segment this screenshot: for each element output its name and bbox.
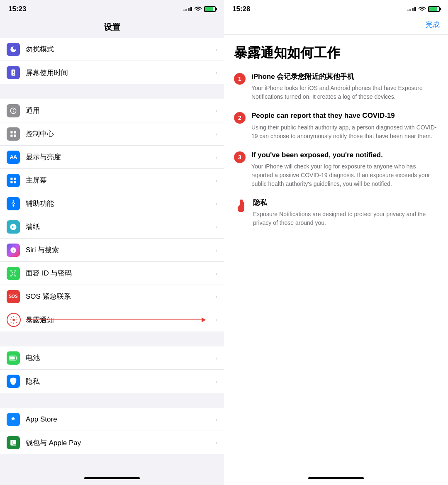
row-wallet[interactable]: 钱包与 Apple Pay › xyxy=(0,431,224,454)
home-indicator-right xyxy=(224,471,448,485)
right-nav: 完成 xyxy=(224,18,448,35)
accessibility-arrow: › xyxy=(215,200,217,207)
control-center-arrow: › xyxy=(215,131,217,137)
home-screen-icon xyxy=(7,174,20,187)
row-control-center[interactable]: 控制中心 › xyxy=(0,122,224,146)
battery-icon xyxy=(204,6,216,12)
row-screen-time[interactable]: 屏幕使用时间 › xyxy=(0,61,224,84)
section-4: App Store › 钱包与 Apple Pay › xyxy=(0,408,224,454)
appstore-arrow: › xyxy=(215,416,217,423)
settings-list: 勿扰模式 › 屏幕使用时间 › 通用 › xyxy=(0,38,224,471)
time-left: 15:23 xyxy=(8,5,26,13)
section-1: 勿扰模式 › 屏幕使用时间 › xyxy=(0,38,224,84)
privacy-content: 隐私 Exposure Notifications are designed t… xyxy=(253,198,438,227)
accessibility-icon xyxy=(7,197,20,210)
row-wallpaper[interactable]: 墙纸 › xyxy=(0,215,224,239)
svg-rect-14 xyxy=(15,275,16,276)
svg-rect-2 xyxy=(10,131,12,133)
row-siri[interactable]: Siri 与搜索 › xyxy=(0,239,224,262)
divider-3 xyxy=(0,393,224,408)
dnd-icon xyxy=(7,43,20,56)
bottom-space xyxy=(0,454,224,471)
appstore-label: App Store xyxy=(26,415,215,424)
general-label: 通用 xyxy=(26,106,215,115)
siri-icon xyxy=(7,244,20,257)
row-battery[interactable]: 电池 › xyxy=(0,346,224,370)
face-id-arrow: › xyxy=(215,270,217,277)
step-3-badge: 3 xyxy=(234,151,246,163)
svg-line-24 xyxy=(16,317,17,318)
row-exposure[interactable]: 暴露通知 › xyxy=(0,308,224,331)
screen-time-arrow: › xyxy=(215,69,217,76)
section-2: 通用 › 控制中心 › AA 显示与亮度 › xyxy=(0,99,224,331)
accessibility-label: 辅助功能 xyxy=(26,199,215,208)
privacy-item: 隐私 Exposure Notifications are designed t… xyxy=(234,198,438,227)
privacy-label: 隐私 xyxy=(26,377,215,386)
battery-icon-right xyxy=(428,6,440,12)
battery-row-icon xyxy=(7,351,20,365)
sos-label: SOS 紧急联系 xyxy=(26,292,215,301)
right-content: 暴露通知如何工作 1 iPhone 会记录您附近的其他手机 Your iPhon… xyxy=(224,35,448,471)
wifi-icon-right xyxy=(419,6,426,12)
step-3-body: Your iPhone will check your log for expo… xyxy=(251,162,438,188)
home-bar-left xyxy=(84,477,140,479)
step-3-content: If you've been exposed, you're notified.… xyxy=(251,151,438,188)
row-home-screen[interactable]: 主屏幕 › xyxy=(0,169,224,192)
wifi-icon xyxy=(195,6,202,12)
row-accessibility[interactable]: 辅助功能 › xyxy=(0,192,224,215)
step-2-badge: 2 xyxy=(234,112,246,124)
done-button[interactable]: 完成 xyxy=(426,20,440,29)
row-privacy[interactable]: 隐私 › xyxy=(0,370,224,393)
row-dnd[interactable]: 勿扰模式 › xyxy=(0,38,224,61)
status-icons-right xyxy=(407,6,440,12)
status-bar-right: 15:28 xyxy=(224,0,448,18)
privacy-arrow: › xyxy=(215,378,217,385)
home-screen-arrow: › xyxy=(215,177,217,184)
right-title: 暴露通知如何工作 xyxy=(234,45,438,61)
step-3: 3 If you've been exposed, you're notifie… xyxy=(234,151,438,188)
exposure-arrow: › xyxy=(215,317,217,323)
row-face-id[interactable]: 面容 ID 与密码 › xyxy=(0,262,224,285)
row-sos[interactable]: SOS SOS 紧急联系 › xyxy=(0,285,224,308)
signal-icon xyxy=(183,7,192,11)
battery-label: 电池 xyxy=(26,353,215,363)
wallpaper-icon xyxy=(7,220,20,234)
step-1-badge: 1 xyxy=(234,73,246,85)
control-center-icon xyxy=(7,127,20,141)
step-1-heading: iPhone 会记录您附近的其他手机 xyxy=(251,72,438,81)
svg-rect-7 xyxy=(14,178,16,180)
svg-point-17 xyxy=(12,319,15,321)
display-arrow: › xyxy=(215,154,217,161)
status-bar-left: 15:23 xyxy=(0,0,224,18)
siri-label: Siri 与搜索 xyxy=(26,245,215,255)
face-id-label: 面容 ID 与密码 xyxy=(26,268,215,278)
svg-rect-13 xyxy=(10,275,12,276)
row-general[interactable]: 通用 › xyxy=(0,99,224,122)
wallpaper-arrow: › xyxy=(215,224,217,230)
wallpaper-label: 墙纸 xyxy=(26,222,215,232)
display-label: 显示与亮度 xyxy=(26,152,215,162)
screen-time-label: 屏幕使用时间 xyxy=(26,68,215,78)
svg-point-15 xyxy=(12,272,13,273)
step-2-content: People can report that they have COVID-1… xyxy=(251,111,438,140)
row-display[interactable]: AA 显示与亮度 › xyxy=(0,146,224,169)
privacy-body: Exposure Notifications are designed to p… xyxy=(253,210,438,227)
step-1-content: iPhone 会记录您附近的其他手机 Your iPhone looks for… xyxy=(251,72,438,101)
control-center-label: 控制中心 xyxy=(26,129,215,139)
svg-rect-11 xyxy=(10,271,12,271)
svg-point-10 xyxy=(12,200,14,201)
svg-rect-5 xyxy=(14,134,16,136)
wallet-label: 钱包与 Apple Pay xyxy=(26,438,215,448)
sos-icon: SOS xyxy=(7,290,20,303)
row-appstore[interactable]: App Store › xyxy=(0,408,224,431)
svg-point-16 xyxy=(14,272,15,273)
left-panel: 15:23 设置 勿扰模式 › xyxy=(0,0,224,485)
dnd-arrow: › xyxy=(215,46,217,53)
divider-2 xyxy=(0,331,224,346)
step-2: 2 People can report that they have COVID… xyxy=(234,111,438,140)
step-2-heading: People can report that they have COVID-1… xyxy=(251,111,438,120)
privacy-hand-icon xyxy=(234,199,247,212)
privacy-heading: 隐私 xyxy=(253,198,438,207)
step-3-heading: If you've been exposed, you're notified. xyxy=(251,151,438,160)
right-panel: 15:28 完成 暴露通知如何工作 1 iPhone 会记录您附近的 xyxy=(224,0,448,485)
